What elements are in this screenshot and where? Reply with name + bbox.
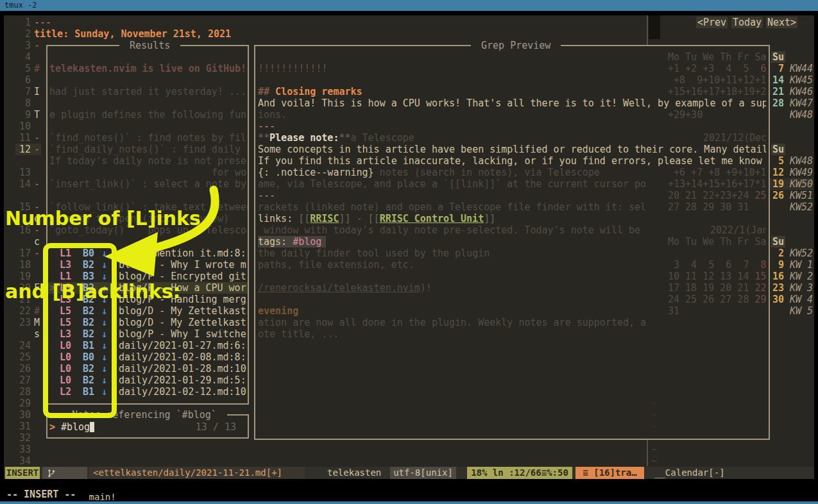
calendar-week-number: KW 2: [790, 271, 813, 282]
screenshot-root: tmux -2 12345678910111213141516171819202…: [0, 0, 818, 504]
empty-line-tilde: ~: [651, 421, 657, 432]
calendar-sunday[interactable]: 12: [772, 167, 784, 178]
filename-segment: <ettelkasten/daily/2021-11-21.md[+]: [89, 467, 305, 479]
calendar-week-number: KW 5: [790, 305, 813, 317]
empty-line-tilde: ~: [651, 444, 657, 455]
calendar-su-header: Su: [771, 51, 785, 63]
calendar-sunday[interactable]: 19: [772, 178, 784, 190]
buffer-segment: ≡ [16]tra…: [575, 467, 644, 479]
calendar-sunday[interactable]: 21: [772, 86, 784, 97]
annotation-arrow: [0, 0, 257, 295]
calendar-sunday[interactable]: 2: [772, 248, 784, 259]
empty-line-tilde: ~: [651, 409, 657, 421]
calendar-sunday[interactable]: 16: [772, 271, 784, 282]
calendar-week-number: KW45: [790, 74, 813, 86]
mode-badge: INSERT: [5, 467, 40, 479]
calendar-week-number: KW52: [790, 248, 813, 259]
calendar-week-number: KW49: [790, 167, 813, 178]
calendar-sunday[interactable]: 5: [772, 155, 784, 167]
search-input[interactable]: #blog: [61, 421, 90, 433]
calendar-window-label: __Calendar[-]: [654, 467, 725, 479]
calendar-sunday[interactable]: 14: [772, 74, 784, 86]
prompt-caret: >: [49, 421, 55, 433]
git-branch-icon: [47, 469, 55, 478]
calendar-sunday[interactable]: 30: [772, 294, 784, 305]
mode-indicator: -- INSERT --: [6, 489, 76, 500]
git-branch-label: main!: [89, 492, 116, 502]
calendar-week-number: KW52: [790, 201, 813, 213]
calendar-sunday[interactable]: 7: [772, 63, 784, 74]
progress-segment: 18% ln :12/66≡%:50: [467, 467, 572, 479]
empty-line-tilde: ~: [651, 398, 657, 409]
encoding-segment: utf-8[unix]: [390, 467, 456, 479]
calendar-week-number: KW50: [790, 178, 813, 190]
plugin-name: telekasten: [327, 467, 381, 479]
calendar-week-number: KW 1: [790, 259, 813, 271]
empty-line-tilde: ~: [651, 455, 657, 467]
calendar-sunday[interactable]: 23: [772, 282, 784, 294]
calendar-week-number: KW48: [790, 109, 813, 121]
calendar-sunday[interactable]: 28: [772, 97, 784, 109]
result-count: 13 / 13: [180, 421, 236, 433]
calendar-week-number: KW48: [790, 155, 813, 167]
calendar-week-number: KW46: [790, 86, 813, 97]
calendar-su-header: Su: [771, 236, 785, 248]
calendar-su-header: Su: [771, 144, 785, 155]
text-cursor: [90, 422, 94, 432]
calendar-week-number: KW44: [790, 63, 813, 74]
calendar-week-number: KW 3: [790, 282, 813, 294]
calendar-week-number: KW47: [790, 97, 813, 109]
statusline: INSERT main! <ettelkasten/daily/2021-11-…: [4, 467, 814, 479]
git-branch-segment: main!: [42, 467, 87, 479]
calendar-sunday[interactable]: 9: [772, 259, 784, 271]
calendar-week-number: KW 4: [790, 294, 813, 305]
calendar-sunday[interactable]: 26: [772, 190, 784, 201]
calendar-week-number: KW51: [790, 190, 813, 201]
